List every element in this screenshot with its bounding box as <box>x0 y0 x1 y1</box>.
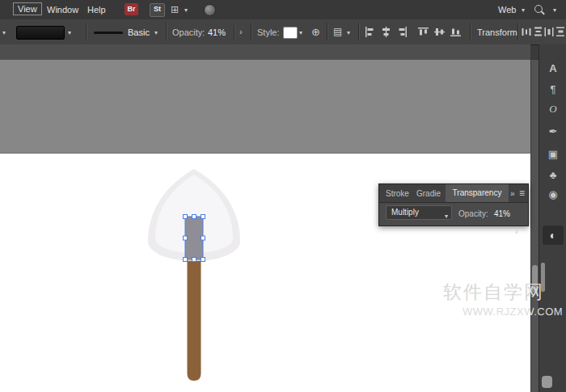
chevron-down-icon[interactable]: ▾ <box>299 29 302 36</box>
chevron-down-icon[interactable]: ▾ <box>522 6 525 14</box>
align-hcenter-button[interactable] <box>381 27 391 37</box>
align-left-button[interactable] <box>365 27 375 37</box>
distribute-spacing-h-button[interactable] <box>544 27 555 37</box>
divider <box>358 23 359 40</box>
artboards-panel-icon[interactable]: ▣ <box>539 148 566 160</box>
stroke-preview <box>94 32 123 34</box>
opacity-value-field[interactable]: 41% <box>208 27 226 37</box>
divider <box>251 23 251 40</box>
tab-transparency[interactable]: Transparency <box>446 184 509 202</box>
chevron-down-icon: ▾ <box>445 210 448 223</box>
menu-help[interactable]: Help <box>87 5 106 15</box>
dock-scrollbar-thumb[interactable] <box>541 263 545 292</box>
tab-stroke[interactable]: Stroke <box>386 189 409 198</box>
distribute-vertical-button[interactable] <box>533 27 543 37</box>
chevron-down-icon[interactable]: ▾ <box>553 6 556 14</box>
workspace-switcher[interactable]: Web <box>498 5 516 15</box>
divider <box>470 23 471 40</box>
chevron-down-icon[interactable]: ▾ <box>2 29 6 36</box>
symbols-panel-icon[interactable]: ♣ <box>539 169 566 181</box>
divider <box>86 23 87 40</box>
transparency-panel: Stroke Gradie Transparency » ≡ Multiply … <box>378 183 529 226</box>
stock-icon[interactable]: St <box>150 3 165 17</box>
opacity-label: Opacity: <box>172 27 205 37</box>
blend-mode-value: Multiply <box>391 208 419 217</box>
transform-panel-label[interactable]: Transform <box>477 27 517 37</box>
align-bottom-button[interactable] <box>450 27 461 37</box>
panel-menu-icon[interactable]: ≡ <box>519 188 525 199</box>
align-top-button[interactable] <box>418 27 429 37</box>
appearance-panel-icon[interactable]: ◉ <box>539 188 566 200</box>
globe-icon[interactable]: ⊕ <box>311 26 320 38</box>
control-bar: ▾ ▾ Basic ▾ Opacity: 41% › Style: ▾ ⊕ ▤ … <box>0 19 566 45</box>
illustrator-window: View Window Help Br St ⊞ ▾ Web ▾ ▾ ▾ ▾ B… <box>0 0 566 392</box>
panel-opacity-value[interactable]: 41% <box>494 209 510 218</box>
chevron-down-icon[interactable]: ▾ <box>347 29 350 36</box>
character-panel-icon[interactable]: A <box>539 62 566 74</box>
opacity-popout-icon[interactable]: › <box>515 226 518 236</box>
menu-window[interactable]: Window <box>47 5 78 15</box>
panel-overflow-icon[interactable]: » <box>510 189 515 198</box>
panel-body: Multiply ▾ Opacity: 41% › <box>379 202 528 225</box>
cs-live-icon[interactable] <box>204 4 216 16</box>
bridge-icon[interactable]: Br <box>125 3 138 15</box>
arrange-documents-icon[interactable]: ⊞ <box>171 4 179 15</box>
chevron-down-icon[interactable]: ▾ <box>68 29 71 36</box>
brushes-panel-icon[interactable]: ✒ <box>539 125 566 137</box>
chevron-down-icon[interactable]: ▾ <box>184 6 188 14</box>
panel-opacity-label: Opacity: <box>458 209 488 218</box>
tab-gradient[interactable]: Gradie <box>416 189 441 198</box>
document-tab-bar <box>0 44 530 61</box>
opacity-popout-icon[interactable]: › <box>239 27 243 36</box>
divider <box>166 23 167 40</box>
panel-dock: A ¶ O ✒ ▣ ♣ ◉ ◐ <box>539 44 566 392</box>
panel-tab-bar: Stroke Gradie Transparency » ≡ <box>379 184 528 203</box>
document-setup-icon[interactable]: ▤ <box>333 26 342 37</box>
style-label: Style: <box>257 27 280 37</box>
align-vcenter-button[interactable] <box>434 27 445 37</box>
graphic-style-swatch[interactable] <box>283 27 298 39</box>
blend-mode-select[interactable]: Multiply ▾ <box>386 205 452 220</box>
paragraph-panel-icon[interactable]: ¶ <box>539 83 566 95</box>
dock-scroll-button[interactable] <box>542 376 552 388</box>
distribute-horizontal-button[interactable] <box>522 27 532 37</box>
stroke-style-select[interactable]: Basic <box>128 27 150 37</box>
divider <box>517 23 518 40</box>
distribute-spacing-v-button[interactable] <box>555 27 566 37</box>
scrollbar-thumb[interactable] <box>532 265 538 293</box>
search-icon[interactable] <box>534 5 543 13</box>
divider <box>234 23 234 40</box>
divider <box>327 23 327 40</box>
opentype-panel-icon[interactable]: O <box>539 103 566 116</box>
align-right-button[interactable] <box>397 27 408 37</box>
fill-color-well[interactable] <box>16 26 65 40</box>
menu-bar: View Window Help Br St ⊞ ▾ Web ▾ ▾ <box>0 0 566 20</box>
chevron-down-icon[interactable]: ▾ <box>154 29 158 36</box>
menu-view[interactable]: View <box>13 2 42 15</box>
transparency-panel-icon[interactable]: ◐ <box>543 226 564 245</box>
